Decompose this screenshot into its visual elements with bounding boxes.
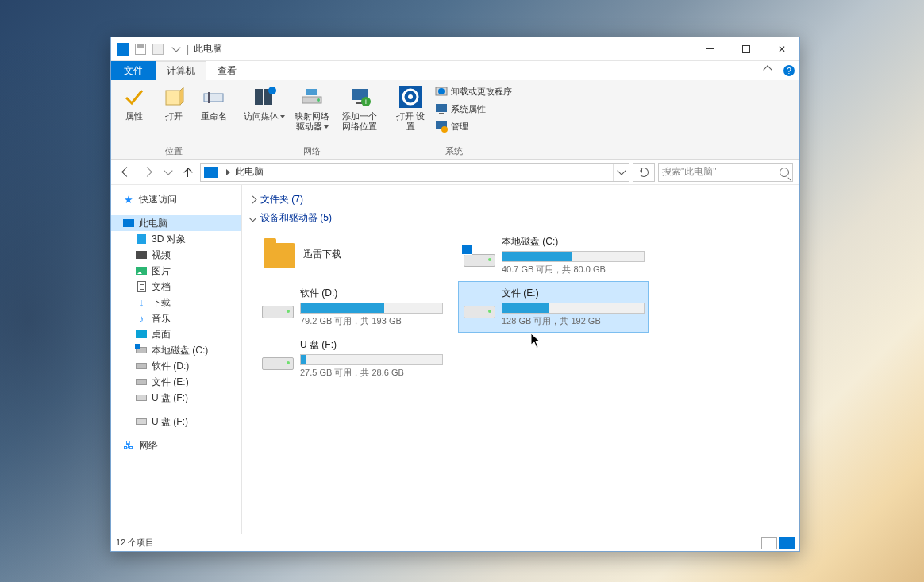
tab-view[interactable]: 查看	[206, 61, 248, 80]
btn-map-drive[interactable]: 映射网络 驱动器	[290, 83, 334, 133]
section-folders[interactable]: 文件夹 (7)	[250, 193, 791, 206]
svg-point-15	[408, 94, 413, 99]
search-input[interactable]: 搜索"此电脑"	[658, 163, 793, 182]
qat-new-icon[interactable]	[149, 40, 167, 58]
drive-item-c[interactable]: 本地磁盘 (C:) 40.7 GB 可用，共 80.0 GB	[458, 229, 649, 281]
check-icon	[121, 84, 147, 110]
picture-icon	[135, 264, 148, 277]
sidebar-desktop[interactable]: 桌面	[111, 326, 241, 342]
sidebar-3d-objects[interactable]: 3D 对象	[111, 231, 241, 247]
address-dropdown[interactable]	[613, 164, 627, 181]
svg-rect-1	[204, 94, 223, 102]
drive-item-f[interactable]: U 盘 (F:) 27.5 GB 可用，共 28.6 GB	[256, 333, 447, 384]
svg-rect-19	[439, 113, 444, 114]
video-icon	[135, 249, 148, 261]
sidebar-documents[interactable]: 文档	[111, 279, 241, 295]
btn-sysprops[interactable]: 系统属性	[432, 100, 515, 118]
drive-item-d[interactable]: 软件 (D:) 79.2 GB 可用，共 193 GB	[256, 281, 447, 333]
drive-item-e[interactable]: 文件 (E:) 128 GB 可用，共 192 GB	[458, 281, 649, 333]
tab-computer[interactable]: 计算机	[156, 61, 206, 80]
sidebar-drive-c[interactable]: 本地磁盘 (C:)	[111, 342, 241, 358]
btn-manage[interactable]: 管理	[432, 118, 515, 135]
rename-icon	[201, 84, 226, 110]
manage-icon	[435, 120, 448, 133]
nav-back[interactable]	[117, 164, 135, 181]
nav-forward[interactable]	[138, 164, 156, 181]
star-icon: ★	[122, 193, 135, 206]
qat-customize[interactable]	[167, 40, 184, 58]
nav-up[interactable]	[179, 164, 197, 181]
btn-access-media[interactable]: 访问媒体	[242, 83, 287, 133]
btn-open-settings[interactable]: 打开 设置	[392, 83, 429, 133]
explorer-window: | 此电脑 文件 计算机 查看 ? 属性	[110, 37, 800, 552]
media-icon	[252, 84, 277, 110]
qat-save-icon[interactable]	[132, 40, 149, 58]
title-bar: | 此电脑	[111, 37, 799, 61]
svg-rect-0	[166, 91, 180, 105]
section-drives[interactable]: 设备和驱动器 (5)	[250, 211, 791, 225]
svg-point-5	[268, 87, 276, 94]
drive-icon	[464, 241, 495, 270]
maximize-button[interactable]	[728, 37, 764, 61]
drives-grid: 迅雷下载 本地磁盘 (C:) 40.7 GB 可用，共 80.0 GB	[250, 229, 791, 384]
group-label-location: 位置	[111, 145, 237, 157]
ribbon-tabs: 文件 计算机 查看 ?	[111, 61, 799, 80]
address-box[interactable]: 此电脑	[200, 163, 629, 182]
sidebar-network[interactable]: 🖧网络	[111, 437, 241, 453]
capacity-bar	[502, 303, 645, 314]
ribbon: 属性 打开 重命名 位置	[111, 80, 799, 160]
ribbon-collapse[interactable]	[755, 61, 779, 80]
settings-icon	[398, 84, 423, 110]
app-icon[interactable]	[114, 40, 132, 58]
minimize-button[interactable]	[692, 37, 728, 61]
capacity-bar	[300, 303, 443, 314]
group-label-network: 网络	[237, 145, 387, 157]
btn-uninstall[interactable]: 卸载或更改程序	[432, 83, 515, 100]
ribbon-group-location: 属性 打开 重命名 位置	[111, 81, 237, 159]
capacity-bar	[502, 251, 645, 262]
drive-icon	[135, 360, 148, 372]
addnet-icon: +	[347, 84, 372, 110]
sysprops-icon	[435, 102, 448, 115]
btn-rename[interactable]: 重命名	[195, 83, 232, 133]
close-button[interactable]	[764, 37, 799, 61]
crumb-arrow-icon	[226, 169, 230, 175]
sidebar-music[interactable]: ♪音乐	[111, 310, 241, 326]
view-details-button[interactable]	[761, 537, 777, 549]
breadcrumb[interactable]: 此电脑	[235, 165, 264, 179]
sidebar-downloads[interactable]: ↓下载	[111, 295, 241, 310]
btn-add-network[interactable]: + 添加一个 网络位置	[337, 83, 382, 133]
svg-text:+: +	[364, 98, 368, 106]
sidebar-drive-e[interactable]: 文件 (E:)	[111, 374, 241, 390]
btn-properties[interactable]: 属性	[116, 83, 152, 133]
search-icon	[780, 168, 789, 177]
drive-item-xunlei[interactable]: 迅雷下载	[256, 229, 447, 281]
sidebar-drive-f[interactable]: U 盘 (F:)	[111, 390, 241, 406]
sidebar-drive-f2[interactable]: U 盘 (F:)	[111, 414, 241, 430]
help-button[interactable]: ?	[779, 61, 799, 80]
sidebar-videos[interactable]: 视频	[111, 247, 241, 263]
title-separator: |	[187, 44, 189, 55]
btn-open[interactable]: 打开	[156, 83, 192, 133]
document-icon	[135, 280, 148, 293]
desktop-icon	[135, 328, 148, 341]
folder-icon	[262, 241, 297, 270]
capacity-bar	[300, 354, 443, 365]
sidebar-this-pc[interactable]: 此电脑	[111, 215, 241, 231]
nav-recent[interactable]	[159, 164, 176, 181]
svg-rect-18	[436, 104, 447, 112]
chevron-down-icon	[249, 214, 257, 222]
status-bar: 12 个项目	[111, 534, 799, 551]
sidebar-pictures[interactable]: 图片	[111, 263, 241, 279]
drive-icon	[262, 345, 294, 373]
address-bar-row: 此电脑 搜索"此电脑"	[111, 160, 799, 185]
sidebar-drive-d[interactable]: 软件 (D:)	[111, 358, 241, 374]
chevron-right-icon	[249, 196, 257, 204]
ribbon-group-system: 打开 设置 卸载或更改程序 系统属性 管理	[387, 81, 520, 159]
mapdrive-icon	[299, 84, 325, 110]
sidebar-quick-access[interactable]: ★快速访问	[111, 191, 241, 207]
refresh-button[interactable]	[633, 163, 655, 182]
tab-file[interactable]: 文件	[111, 61, 156, 80]
view-tiles-button[interactable]	[779, 537, 795, 549]
open-icon	[161, 84, 187, 110]
